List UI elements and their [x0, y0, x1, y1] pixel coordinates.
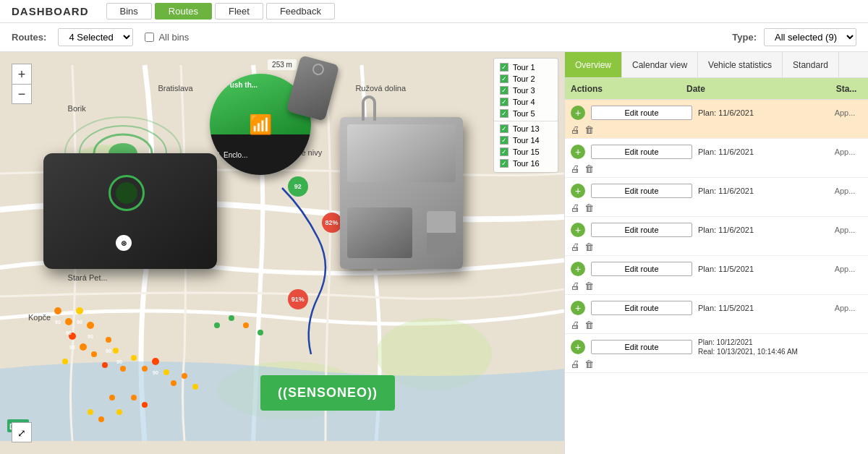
tour-16-check — [500, 159, 509, 168]
row-5-status: App... — [825, 265, 868, 273]
row-2-icons: 🖨 🗑 — [565, 162, 868, 174]
row-1-expand-btn[interactable]: + — [571, 106, 585, 120]
panel-tabs: Overview Calendar view Vehicle statistic… — [565, 52, 868, 78]
tab-overview[interactable]: Overview — [565, 52, 622, 77]
panel-row-4-top: + Edit route Plan: 11/6/2021 App... — [565, 220, 868, 240]
row-3-date: Plan: 11/6/2021 — [692, 187, 825, 195]
tour-item-4[interactable]: Tour 4 — [494, 96, 558, 108]
scale-value: 253 m — [272, 61, 292, 69]
pct-badge-82: 82% — [322, 213, 342, 233]
filter-bar-right: Type: All selected (9) — [732, 28, 856, 46]
tab-vehicle-statistics[interactable]: Vehicle statistics — [698, 52, 783, 77]
app-title: DASHBOARD — [12, 5, 89, 17]
panel-rows: + Edit route Plan: 11/6/2021 App... 🖨 🗑 … — [565, 100, 868, 454]
row-1-print-icon[interactable]: 🖨 — [571, 124, 580, 135]
row-4-trash-icon[interactable]: 🗑 — [584, 241, 594, 252]
tour-4-check — [500, 98, 509, 106]
row-2-edit-btn[interactable]: Edit route — [591, 145, 692, 159]
row-2-date: Plan: 11/6/2021 — [692, 147, 825, 156]
tour-item-13[interactable]: Tour 13 — [494, 123, 558, 134]
row-5-print-icon[interactable]: 🖨 — [571, 280, 580, 291]
row-1-trash-icon[interactable]: 🗑 — [584, 124, 594, 135]
panel-row-1: + Edit route Plan: 11/6/2021 App... 🖨 🗑 — [565, 100, 868, 139]
nav-routes[interactable]: Routes — [155, 3, 212, 20]
row-1-date: Plan: 11/6/2021 — [692, 108, 825, 117]
tour-1-label: Tour 1 — [513, 63, 535, 72]
row-4-date: Plan: 11/6/2021 — [692, 226, 825, 234]
tour-16-label: Tour 16 — [513, 159, 540, 168]
tab-standard[interactable]: Standard — [783, 52, 839, 77]
header-actions: Actions — [565, 84, 681, 94]
routes-filter-label: Routes: — [12, 32, 46, 43]
tour-2-check — [500, 74, 509, 83]
row-5-icons: 🖨 🗑 — [565, 279, 868, 291]
row-5-edit-btn[interactable]: Edit route — [591, 262, 692, 276]
row-3-trash-icon[interactable]: 🗑 — [584, 202, 594, 213]
row-2-trash-icon[interactable]: 🗑 — [584, 163, 594, 174]
tour-13-check — [500, 124, 509, 133]
nav-fleet[interactable]: Fleet — [215, 3, 263, 20]
tour-4-label: Tour 4 — [513, 98, 535, 106]
tour-item-16[interactable]: Tour 16 — [494, 158, 558, 169]
row-3-edit-btn[interactable]: Edit route — [591, 184, 692, 198]
header-status: Sta... — [825, 84, 868, 94]
row-6-status: App... — [825, 304, 868, 312]
filter-bar: Routes: 4 Selected All bins Type: All se… — [0, 23, 868, 52]
row-5-trash-icon[interactable]: 🗑 — [584, 280, 594, 291]
tour-item-2[interactable]: Tour 2 — [494, 73, 558, 85]
svg-point-1 — [65, 145, 152, 202]
row-6-trash-icon[interactable]: 🗑 — [584, 320, 594, 330]
nav-feedback[interactable]: Feedback — [266, 3, 335, 20]
row-7-edit-btn[interactable]: Edit route — [591, 340, 692, 354]
panel-row-1-top: + Edit route Plan: 11/6/2021 App... — [565, 103, 868, 123]
nav-bins[interactable]: Bins — [106, 3, 152, 20]
row-1-status: App... — [825, 108, 868, 117]
routes-filter-select[interactable]: 4 Selected — [58, 28, 133, 46]
row-3-expand-btn[interactable]: + — [571, 184, 585, 198]
row-1-edit-btn[interactable]: Edit route — [591, 106, 692, 120]
map-scale-bar: 253 m — [268, 59, 297, 70]
tour-item-3[interactable]: Tour 3 — [494, 85, 558, 96]
row-7-expand-btn[interactable]: + — [571, 340, 585, 354]
row-4-print-icon[interactable]: 🖨 — [571, 241, 580, 252]
row-2-expand-btn[interactable]: + — [571, 145, 585, 159]
row-4-edit-btn[interactable]: Edit route — [591, 223, 692, 237]
panel-row-5: + Edit route Plan: 11/5/2021 App... 🖨 🗑 — [565, 256, 868, 295]
row-2-status: App... — [825, 147, 868, 156]
panel-row-2-top: + Edit route Plan: 11/6/2021 App... — [565, 142, 868, 162]
tour-14-label: Tour 14 — [513, 136, 540, 145]
sensoneo-badge: ((SENSONEO)) — [260, 375, 395, 411]
row-6-expand-btn[interactable]: + — [571, 301, 585, 315]
row-6-date: Plan: 11/5/2021 — [692, 304, 825, 312]
map-expand-button[interactable]: ⤢ — [12, 422, 32, 442]
zoom-in-button[interactable]: + — [12, 64, 32, 84]
row-5-expand-btn[interactable]: + — [571, 262, 585, 276]
row-7-print-icon[interactable]: 🖨 — [571, 359, 580, 369]
row-7-date: Plan: 10/12/2021Real: 10/13/2021, 10:14:… — [692, 338, 868, 356]
tour-item-5[interactable]: Tour 5 — [494, 108, 558, 119]
row-2-print-icon[interactable]: 🖨 — [571, 163, 580, 174]
row-6-edit-btn[interactable]: Edit route — [591, 301, 692, 315]
row-4-expand-btn[interactable]: + — [571, 223, 585, 237]
tour-15-check — [500, 147, 509, 156]
row-7-trash-icon[interactable]: 🗑 — [584, 359, 594, 369]
tour-item-1[interactable]: Tour 1 — [494, 61, 558, 73]
zoom-out-button[interactable]: − — [12, 84, 32, 104]
tour-item-14[interactable]: Tour 14 — [494, 134, 558, 146]
panel-row-3-top: + Edit route Plan: 11/6/2021 App... — [565, 181, 868, 201]
top-nav: DASHBOARD Bins Routes Fleet Feedback — [0, 0, 868, 23]
tour-item-15[interactable]: Tour 15 — [494, 146, 558, 158]
row-3-print-icon[interactable]: 🖨 — [571, 202, 580, 213]
panel-row-5-top: + Edit route Plan: 11/5/2021 App... — [565, 259, 868, 279]
header-date: Date — [681, 84, 825, 94]
all-bins-checkbox[interactable] — [145, 33, 154, 42]
tour-3-check — [500, 86, 509, 95]
tab-calendar-view[interactable]: Calendar view — [622, 52, 698, 77]
type-filter-select[interactable]: All selected (9) — [764, 28, 856, 46]
row-4-status: App... — [825, 226, 868, 234]
row-6-print-icon[interactable]: 🖨 — [571, 320, 580, 330]
pct-badge-92: 92 — [288, 176, 308, 197]
right-panel: Overview Calendar view Vehicle statistic… — [564, 52, 868, 454]
panel-table-header: Actions Date Sta... — [565, 78, 868, 100]
panel-row-7-top: + Edit route Plan: 10/12/2021Real: 10/13… — [565, 337, 868, 357]
